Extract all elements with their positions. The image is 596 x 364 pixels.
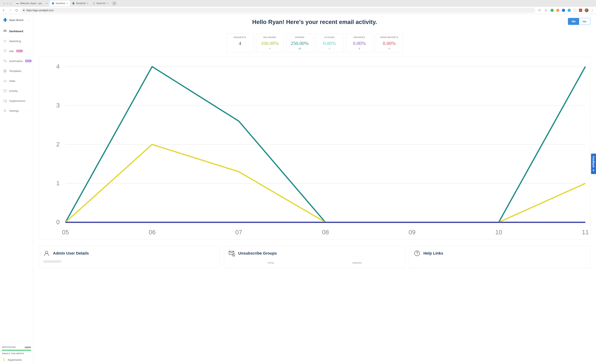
- nav-label: Marketing: [9, 40, 21, 43]
- sidebar-item-stats[interactable]: Stats ⌄: [0, 76, 33, 86]
- kebab-icon[interactable]: ⋮: [591, 8, 594, 12]
- sidebar-item-automation[interactable]: Automation BETA: [0, 56, 33, 66]
- feedback-tab[interactable]: Feedback ⇅: [591, 154, 596, 174]
- reload-button[interactable]: [15, 8, 18, 12]
- tab-title: SendGrid: [56, 2, 65, 5]
- close-icon[interactable]: ×: [46, 2, 47, 5]
- nav-label: Automation: [9, 59, 23, 63]
- svg-rect-15: [4, 19, 6, 20]
- stat-card-clicked[interactable]: CLICKED 0.00% 0: [316, 34, 343, 52]
- close-icon[interactable]: ×: [107, 2, 108, 5]
- profile-avatar[interactable]: [585, 8, 589, 12]
- url-bar[interactable]: https://app.sendgrid.com: [21, 8, 535, 13]
- forward-button[interactable]: [8, 8, 12, 12]
- svg-rect-8: [73, 3, 74, 4]
- svg-text:3: 3: [56, 102, 60, 109]
- sidebar-item-suppressions[interactable]: Suppressions ⌄: [0, 96, 33, 106]
- stat-value: 250.00%: [288, 40, 312, 46]
- stat-card-delivered[interactable]: DELIVERED 100.00% 4: [256, 34, 283, 52]
- page-title: Hello Ryan! Here's your recent email act…: [252, 19, 377, 25]
- experiments-label: Experiments: [8, 358, 22, 361]
- svg-rect-3: [52, 3, 53, 4]
- sidebar-item-dashboard[interactable]: Dashboard: [0, 26, 33, 36]
- svg-text:2: 2: [56, 141, 60, 148]
- app: Ryan Burrer ⌄ Dashboard Marketing ⌄ Ads …: [0, 14, 596, 364]
- chevron-down-icon: ⌄: [29, 99, 30, 102]
- range-week-button[interactable]: Wk: [568, 18, 579, 25]
- star-icon[interactable]: [544, 8, 548, 12]
- svg-text:1: 1: [56, 180, 60, 186]
- templates-icon: [3, 69, 7, 73]
- close-icon[interactable]: ×: [87, 2, 88, 5]
- ext-icon[interactable]: [573, 9, 576, 12]
- activity-icon: [3, 89, 7, 93]
- svg-rect-1: [52, 3, 52, 4]
- browser-tab-2[interactable]: SendGrid ×: [70, 0, 90, 6]
- close-icon[interactable]: ×: [67, 2, 68, 5]
- chevron-down-icon: ⌄: [29, 70, 30, 72]
- svg-point-28: [5, 110, 6, 111]
- back-button[interactable]: [2, 8, 6, 12]
- ext-icon[interactable]: [562, 9, 565, 12]
- sidebar-item-marketing[interactable]: Marketing ⌄: [0, 36, 33, 46]
- feedback-label: Feedback: [592, 156, 595, 168]
- svg-rect-21: [4, 70, 6, 70]
- account-name: Ryan Burrer: [9, 18, 25, 22]
- stat-label: SPAM REPORTS: [377, 36, 402, 38]
- ext-icon[interactable]: [556, 9, 559, 12]
- sidebar-item-activity[interactable]: Activity: [0, 86, 33, 96]
- stat-value: 4: [228, 40, 252, 46]
- blurred-text: [43, 260, 61, 263]
- sendgrid-icon: [72, 2, 75, 5]
- admin-user-card[interactable]: Admin User Details: [39, 246, 220, 268]
- new-tab-button[interactable]: +: [112, 1, 117, 6]
- stat-cards: REQUESTS 4 DELIVERED 100.00% 4 OPENED 25…: [39, 34, 590, 52]
- stat-sub: 4: [258, 47, 282, 50]
- browser-tab-3[interactable]: Event Kit ×: [90, 0, 110, 6]
- sendgrid-logo-icon: [3, 18, 7, 22]
- ext-icon[interactable]: [567, 9, 571, 12]
- sidebar-item-ads[interactable]: Ads BETA: [0, 46, 33, 56]
- range-toggle: Wk Mo: [568, 18, 590, 25]
- svg-rect-6: [72, 3, 73, 4]
- svg-point-12: [539, 9, 540, 11]
- reputation-label: REPUTATION: [2, 346, 16, 349]
- svg-rect-9: [74, 3, 75, 4]
- stat-card-requests[interactable]: REQUESTS 4: [226, 34, 254, 52]
- stat-sub: 10: [288, 47, 312, 50]
- svg-rect-17: [4, 21, 6, 22]
- ext-icon[interactable]: 13: [579, 9, 582, 12]
- zoom-icon[interactable]: [538, 8, 542, 12]
- help-links-card[interactable]: Help Links: [410, 246, 590, 268]
- stat-card-spam[interactable]: SPAM REPORTS 0.00% 0: [376, 34, 403, 52]
- svg-text:10: 10: [495, 229, 502, 236]
- unsubscribe-card[interactable]: Unsubscribe Groups TOTAL GROUPS: [224, 246, 405, 268]
- ext-icon[interactable]: [551, 9, 554, 12]
- svg-point-47: [45, 251, 48, 253]
- svg-rect-20: [5, 61, 6, 62]
- account-switcher[interactable]: Ryan Burrer ⌄: [0, 14, 33, 26]
- settings-icon: [3, 109, 7, 112]
- stat-card-bounces[interactable]: BOUNCES 0.00% 0: [346, 34, 373, 52]
- range-month-button[interactable]: Mo: [579, 18, 590, 25]
- sidebar: Ryan Burrer ⌄ Dashboard Marketing ⌄ Ads …: [0, 14, 33, 364]
- window-controls[interactable]: [1, 2, 14, 4]
- automation-icon: [3, 59, 7, 63]
- suppressions-icon: [3, 99, 7, 103]
- browser-tab-0[interactable]: Welcome, Ryan! - ryan.burrer ×: [14, 0, 50, 6]
- svg-rect-2: [52, 2, 53, 3]
- stat-card-opened[interactable]: OPENED 250.00% 10: [286, 34, 313, 52]
- svg-rect-22: [4, 71, 6, 71]
- bottom-cards: Admin User Details Unsubscribe Groups TO…: [39, 246, 590, 268]
- emails-month-label: EMAILS THIS MONTH: [2, 352, 31, 355]
- sidebar-item-experiments[interactable]: Experiments: [0, 355, 33, 364]
- sidebar-item-settings[interactable]: Settings ⌄: [0, 106, 33, 116]
- sidebar-item-templates[interactable]: Templates ⌄: [0, 66, 33, 76]
- beta-badge: BETA: [25, 60, 31, 62]
- nav-label: Activity: [9, 89, 18, 92]
- chevron-down-icon: ⌄: [29, 40, 30, 42]
- reputation-bar: [2, 350, 31, 351]
- svg-text:11: 11: [582, 229, 589, 236]
- stat-label: BOUNCES: [347, 36, 372, 38]
- browser-tab-1[interactable]: SendGrid ×: [50, 0, 70, 6]
